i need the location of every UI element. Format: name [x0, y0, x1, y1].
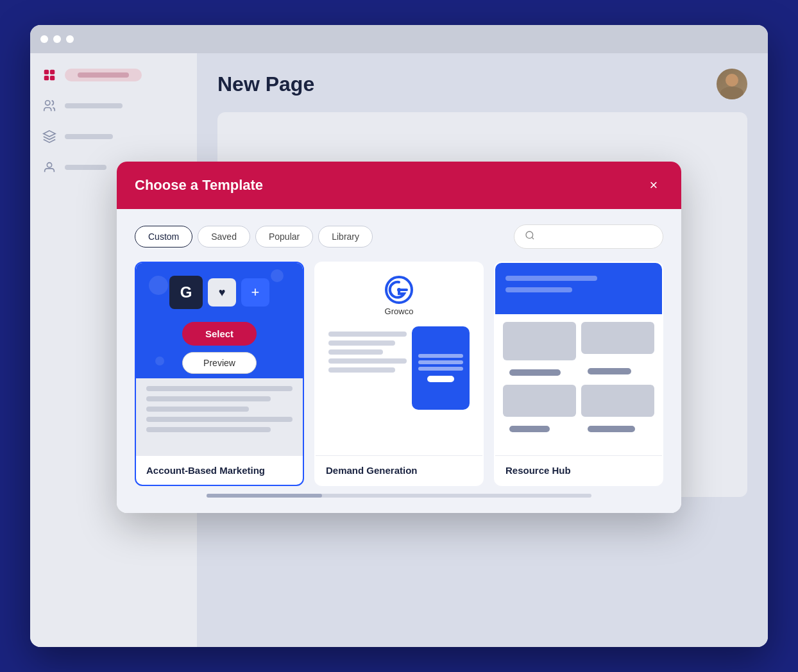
svg-line-8: [532, 237, 534, 239]
template-modal: Choose a Template × Custom Saved Popular…: [117, 162, 681, 513]
template-card-demand[interactable]: Growco: [314, 262, 484, 486]
search-icon: [525, 230, 535, 243]
card-preview-abm: G ♥ + Select Preview: [136, 263, 303, 455]
template-card-abm[interactable]: G ♥ + Select Preview: [135, 262, 304, 486]
close-button[interactable]: ×: [644, 176, 663, 195]
demand-strip: [328, 367, 395, 373]
resource-header: [495, 263, 662, 314]
modal-title: Choose a Template: [135, 177, 263, 194]
abm-plus-icon: +: [241, 278, 269, 307]
svg-point-7: [526, 231, 533, 239]
resource-tag: [509, 369, 561, 376]
demand-strip: [328, 349, 383, 355]
resource-tag: [588, 368, 631, 374]
template-card-resource[interactable]: Resource Hub: [494, 262, 663, 486]
browser-titlebar: [30, 25, 768, 53]
content-strip: [146, 396, 271, 401]
card-label-abm: Account-Based Marketing: [136, 455, 303, 485]
demand-strips: [328, 326, 407, 410]
abm-icons: G ♥ +: [169, 276, 269, 309]
svg-point-10: [397, 288, 401, 292]
content-strip: [146, 386, 293, 391]
card-preview-demand: Growco: [316, 263, 482, 455]
traffic-dot-3: [66, 35, 74, 43]
modal-body: Custom Saved Popular Library: [117, 209, 681, 513]
resource-mini-card: [581, 385, 654, 417]
demand-strip: [328, 358, 407, 364]
demand-phone: [412, 326, 470, 410]
card-preview-resource: [495, 263, 662, 455]
resource-grid: [495, 314, 662, 444]
modal-overlay: Choose a Template × Custom Saved Popular…: [30, 53, 768, 647]
content-strip: [146, 417, 293, 422]
scroll-track: [207, 494, 591, 498]
resource-tag: [509, 426, 550, 432]
demand-content: [328, 326, 470, 410]
demand-strip: [328, 340, 395, 346]
modal-header: Choose a Template ×: [117, 162, 681, 209]
abm-g-icon: G: [169, 276, 203, 309]
tab-custom[interactable]: Custom: [135, 226, 192, 248]
traffic-dot-1: [40, 35, 48, 43]
resource-mini-card: [503, 322, 576, 360]
resource-header-strip: [505, 287, 572, 292]
browser-content: New Page Choose a Template ×: [30, 53, 768, 647]
search-box: [514, 224, 663, 249]
template-grid: G ♥ + Select Preview: [135, 262, 663, 486]
tab-popular[interactable]: Popular: [255, 226, 313, 248]
abm-actions: Select Preview: [182, 322, 257, 374]
preview-button[interactable]: Preview: [182, 352, 257, 374]
abm-content-strips: [136, 378, 303, 455]
filter-tabs: Custom Saved Popular Library: [135, 224, 663, 249]
scroll-hint: [135, 494, 663, 498]
resource-mini-card: [503, 385, 576, 417]
growco-logo: Growco: [385, 276, 414, 316]
card-label-demand: Demand Generation: [316, 455, 482, 485]
phone-strip: [418, 354, 463, 358]
main-area: New Page Choose a Template ×: [197, 53, 768, 647]
resource-mini-card: [581, 322, 654, 354]
traffic-dot-2: [53, 35, 61, 43]
content-strip: [146, 407, 249, 412]
scroll-thumb: [207, 494, 322, 498]
tab-library[interactable]: Library: [318, 226, 373, 248]
resource-tag: [588, 426, 635, 432]
card-label-resource: Resource Hub: [495, 455, 662, 485]
tab-saved[interactable]: Saved: [198, 226, 250, 248]
resource-header-strip: [505, 276, 597, 281]
search-input[interactable]: [540, 231, 652, 242]
abm-heart-icon: ♥: [208, 278, 236, 307]
growco-name: Growco: [385, 307, 414, 316]
select-button[interactable]: Select: [182, 322, 257, 346]
browser-window: New Page Choose a Template ×: [30, 25, 768, 647]
phone-strip: [418, 367, 463, 371]
phone-strip: [418, 360, 463, 364]
content-strip: [146, 427, 271, 432]
phone-button: [427, 376, 454, 382]
demand-strip: [328, 332, 407, 337]
